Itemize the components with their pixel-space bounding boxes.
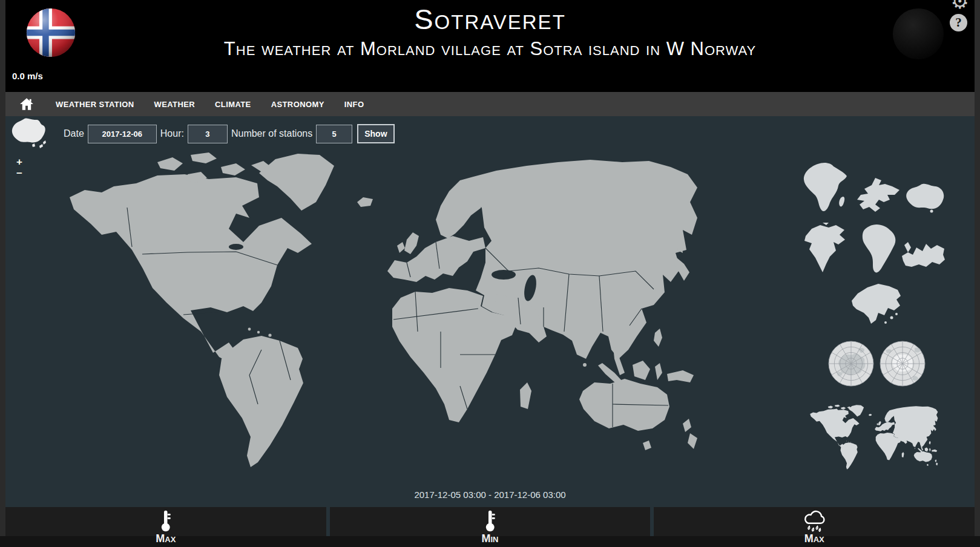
nav-item-climate[interactable]: CLIMATE xyxy=(215,100,251,109)
stat-section-precip-max: Max xyxy=(654,507,975,536)
map-zoom-controls: + − xyxy=(15,156,24,179)
hour-input[interactable] xyxy=(188,125,228,143)
help-icon[interactable]: ? xyxy=(950,14,967,31)
rain-cloud-icon xyxy=(801,509,827,532)
continent-north-america-button[interactable] xyxy=(802,223,846,275)
continent-europe-button[interactable] xyxy=(855,177,901,213)
stat-label: Max xyxy=(156,532,176,545)
controls-bar: Date Hour: Number of stations Show xyxy=(9,116,395,151)
thermometer-icon xyxy=(484,509,497,532)
map-area: Date Hour: Number of stations Show + − xyxy=(5,116,975,507)
period-readout: 2017-12-05 03:00 - 2017-12-06 03:00 xyxy=(5,490,975,500)
date-label: Date xyxy=(64,128,84,139)
header: Sotraveret The weather at Morland villag… xyxy=(5,0,975,92)
wind-speed-readout: 0.0 m/s xyxy=(12,71,43,81)
north-polar-globe-button[interactable] xyxy=(828,341,874,387)
continent-south-america-button[interactable] xyxy=(860,223,898,275)
continent-africa-button[interactable] xyxy=(802,162,849,215)
continent-australia-button[interactable] xyxy=(903,182,945,213)
stat-label: Max xyxy=(804,532,824,545)
nav-item-astronomy[interactable]: ASTRONOMY xyxy=(271,100,324,109)
date-input[interactable] xyxy=(88,125,157,143)
world-map[interactable] xyxy=(36,150,702,471)
title-block: Sotraveret The weather at Morland villag… xyxy=(5,4,975,60)
stations-label: Number of stations xyxy=(231,128,312,139)
south-polar-globe-button[interactable] xyxy=(880,341,926,387)
moon-phase-icon xyxy=(892,7,945,61)
hour-label: Hour: xyxy=(160,128,184,139)
settings-gear-icon[interactable]: ⚙ xyxy=(951,0,969,11)
nav-item-weather-station[interactable]: WEATHER STATION xyxy=(56,100,134,109)
nav-item-weather[interactable]: WEATHER xyxy=(154,100,196,109)
stat-section-temp-max: Max xyxy=(5,507,326,536)
stat-label: Min xyxy=(482,532,499,545)
page: Sotraveret The weather at Morland villag… xyxy=(0,0,980,547)
page-subtitle: The weather at Morland village at Sotra … xyxy=(5,38,975,60)
thermometer-icon xyxy=(159,509,173,532)
content: Sotraveret The weather at Morland villag… xyxy=(5,0,975,536)
world-map-button[interactable] xyxy=(803,404,939,470)
nav-item-info[interactable]: INFO xyxy=(344,100,364,109)
zoom-out-button[interactable]: − xyxy=(15,168,24,179)
home-icon[interactable] xyxy=(19,97,34,111)
main-nav: WEATHER STATION WEATHER CLIMATE ASTRONOM… xyxy=(5,92,975,116)
continent-antarctica-button[interactable] xyxy=(901,239,945,275)
oceania-region-icon xyxy=(9,117,49,151)
show-button[interactable]: Show xyxy=(357,124,394,143)
continent-selector xyxy=(799,160,954,475)
stations-input[interactable] xyxy=(316,125,352,143)
stats-footer: Max Min xyxy=(5,507,975,536)
page-title: Sotraveret xyxy=(5,4,975,35)
zoom-in-button[interactable]: + xyxy=(15,156,24,168)
stat-section-temp-min: Min xyxy=(330,507,651,536)
continent-asia-button[interactable] xyxy=(849,283,902,325)
